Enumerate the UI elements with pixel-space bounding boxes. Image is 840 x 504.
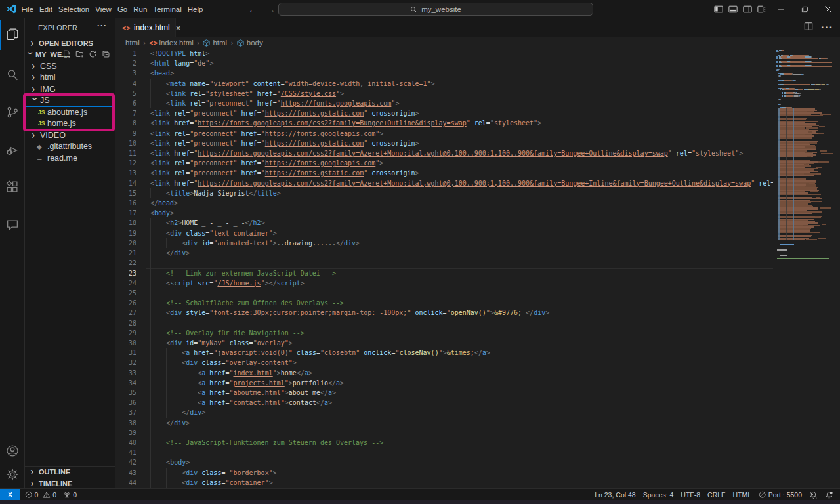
timeline-section[interactable]: ❯ TIMELINE xyxy=(25,478,116,490)
maximize-button[interactable] xyxy=(793,0,816,18)
desktop-edge-strip xyxy=(0,500,840,504)
html-file-icon: <> xyxy=(149,39,158,47)
close-window-button[interactable] xyxy=(816,0,840,18)
outline-section[interactable]: ❯ OUTLINE xyxy=(25,466,116,478)
menu-edit[interactable]: Edit xyxy=(37,3,56,16)
js-file-icon: JS xyxy=(38,109,47,116)
toggle-secondary-sidebar-icon[interactable] xyxy=(740,0,755,18)
toggle-panel-icon[interactable] xyxy=(726,0,740,18)
language-status[interactable]: HTML xyxy=(733,491,752,499)
port-status[interactable]: Port : 5500 xyxy=(759,491,802,499)
breadcrumb-item-html[interactable]: html xyxy=(203,39,227,47)
js-file-icon: JS xyxy=(38,120,47,127)
minimize-button[interactable] xyxy=(769,0,793,18)
tab-close-icon[interactable]: × xyxy=(176,23,181,33)
tree-item-css[interactable]: ❯CSS xyxy=(25,60,116,72)
code-line-18: 18 <h2>HOME _ - _ - _ -</h2> xyxy=(116,218,840,228)
warning-count: 0 xyxy=(52,491,56,499)
code-line-27: 27 <div style="font-size:30px;cursor:poi… xyxy=(116,308,840,318)
problems-status[interactable]: 0 0 xyxy=(25,491,56,499)
search-view-icon[interactable] xyxy=(0,59,25,91)
code-line-12: 12<link rel="preconnect" href="https://f… xyxy=(116,158,840,168)
do-not-disturb-icon[interactable] xyxy=(809,491,818,499)
notifications-bell-icon[interactable] xyxy=(825,491,833,499)
chat-icon[interactable] xyxy=(0,209,25,240)
code-line-17: 17<body> xyxy=(116,208,840,218)
new-folder-icon[interactable] xyxy=(75,50,84,60)
code-line-36: 36 <a href="contact.html">contact</a> xyxy=(116,398,840,408)
eol-status[interactable]: CRLF xyxy=(707,491,725,499)
symbol-cube-icon xyxy=(237,39,247,47)
explorer-sidebar: EXPLORER ··· ❯ OPEN EDITORS ❯ MY_WE... ❯… xyxy=(25,18,116,488)
tree-item--gitattributes[interactable]: ◆.gitattributes xyxy=(25,141,116,153)
collapse-folders-icon[interactable] xyxy=(102,50,110,60)
tree-item-js[interactable]: ❯JS xyxy=(25,95,116,107)
code-line-3: 3<head> xyxy=(116,68,840,78)
tree-item-home-js[interactable]: JShome.js xyxy=(25,118,116,130)
code-line-22: 22 xyxy=(116,258,840,268)
code-line-9: 9<link rel="preconnect" href="https://fo… xyxy=(116,129,840,138)
split-editor-icon[interactable] xyxy=(804,22,813,33)
spaces-status[interactable]: Spaces: 4 xyxy=(643,491,674,499)
code-line-13: 13<link rel="preconnect" href="https://f… xyxy=(116,168,840,178)
code-line-43: 43 <div class= "borderbox"> xyxy=(116,468,840,478)
menu-selection[interactable]: Selection xyxy=(55,3,92,16)
code-line-8: 8<link href="https://fonts.googleapis.co… xyxy=(116,118,840,128)
code-line-20: 20 <div id="animated-text">..drawing....… xyxy=(116,238,840,248)
line-col-status[interactable]: Ln 23, Col 48 xyxy=(595,491,635,499)
toggle-sidebar-icon[interactable] xyxy=(711,0,726,18)
radio-tower-status[interactable]: 0 xyxy=(63,491,77,499)
explorer-icon[interactable] xyxy=(0,18,25,50)
menu-help[interactable]: Help xyxy=(184,3,206,16)
search-box[interactable]: my_website xyxy=(278,3,593,16)
open-editors-section[interactable]: ❯ OPEN EDITORS xyxy=(25,37,116,49)
code-line-25: 25 xyxy=(116,288,840,298)
code-line-10: 10<link rel="preconnect" href="https://f… xyxy=(116,138,840,148)
breadcrumb-item-html[interactable]: html xyxy=(125,39,140,47)
code-line-35: 35 <a href="aboutme.html">about me</a> xyxy=(116,388,840,398)
tree-item-img[interactable]: ❯IMG xyxy=(25,83,116,95)
tree-item-html[interactable]: ❯html xyxy=(25,72,116,84)
code-line-42: 42 <body> xyxy=(116,457,840,467)
symbol-cube-icon xyxy=(203,39,213,47)
back-arrow-icon[interactable]: ← xyxy=(248,4,257,14)
run-debug-icon[interactable] xyxy=(0,134,25,165)
explorer-more-icon[interactable]: ··· xyxy=(97,21,107,30)
code-line-40: 40 <!-- JavaScript-Funktionen zum Steuer… xyxy=(116,438,840,448)
customize-layout-icon[interactable] xyxy=(755,0,769,18)
workspace-root[interactable]: ❯ MY_WE... xyxy=(25,49,116,61)
code-line-33: 33 <a href="index.html">home</a> xyxy=(116,368,840,378)
code-line-23: 23 <!-- Link zur externen JavaScript-Dat… xyxy=(116,268,840,278)
menu-go[interactable]: Go xyxy=(114,3,130,16)
menu-view[interactable]: View xyxy=(93,3,115,16)
breadcrumb-item-index-html[interactable]: <>index.html xyxy=(149,39,193,47)
menu-file[interactable]: File xyxy=(18,3,37,16)
code-line-37: 37 </div> xyxy=(116,408,840,417)
editor-more-icon[interactable]: ··· xyxy=(821,22,833,33)
refresh-icon[interactable] xyxy=(89,50,97,60)
menu-run[interactable]: Run xyxy=(131,3,150,16)
tree-item-video[interactable]: ❯VIDEO xyxy=(25,129,116,141)
remote-button[interactable] xyxy=(0,489,20,501)
minimap[interactable] xyxy=(773,49,833,488)
forward-arrow-icon[interactable]: → xyxy=(266,4,276,14)
code-line-41: 41 xyxy=(116,448,840,457)
js-folder-focus-line xyxy=(25,106,113,107)
tree-item-aboutme-js[interactable]: JSaboutme.js xyxy=(25,106,116,118)
menu-terminal[interactable]: Terminal xyxy=(150,3,184,16)
code-area[interactable]: 1<!DOCTYPE html>2<html lang="de">3<head>… xyxy=(116,49,840,488)
source-control-icon[interactable] xyxy=(0,96,25,128)
tab-index-html[interactable]: <> index.html × xyxy=(116,18,176,37)
code-line-30: 30 <div id="myNav" class="overlay"> xyxy=(116,338,840,348)
code-line-21: 21 </div> xyxy=(116,248,840,258)
search-icon xyxy=(410,6,417,13)
extensions-icon[interactable] xyxy=(0,171,25,203)
title-bar: FileEditSelectionViewGoRunTerminalHelp ←… xyxy=(0,0,840,18)
tree-item-read-me[interactable]: ☰read.me xyxy=(25,152,116,164)
code-line-44: 44 <div class="container"> xyxy=(116,478,840,488)
encoding-status[interactable]: UTF-8 xyxy=(681,491,700,499)
settings-gear-icon[interactable] xyxy=(0,459,25,490)
breadcrumb-item-body[interactable]: body xyxy=(237,39,263,47)
new-file-icon[interactable] xyxy=(62,50,71,60)
code-line-39: 39 xyxy=(116,428,840,438)
